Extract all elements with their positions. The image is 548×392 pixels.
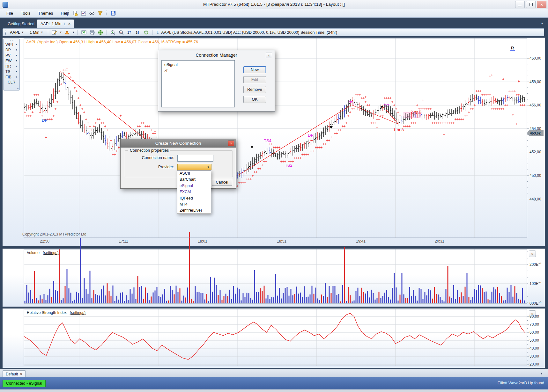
- chevron-down-icon: ▼: [15, 43, 18, 46]
- bar-forward-icon[interactable]: 1: [126, 29, 133, 36]
- chevron-down-icon[interactable]: ▼: [59, 31, 62, 34]
- layout-tab-default[interactable]: Default ×: [3, 370, 26, 378]
- volume-close-button[interactable]: ×: [529, 250, 536, 257]
- provider-option[interactable]: MT4: [177, 201, 211, 207]
- alert-funnel-icon[interactable]: [97, 10, 104, 17]
- layout-strip: Default × ▼: [0, 369, 548, 378]
- clear-chart-icon[interactable]: [81, 29, 87, 36]
- new-button[interactable]: New: [243, 66, 266, 73]
- close-button[interactable]: ×: [537, 1, 546, 8]
- group-label: Connection properties: [128, 148, 170, 153]
- zoom-out-icon[interactable]: [118, 29, 124, 36]
- drawing-tools-icon[interactable]: [64, 29, 70, 36]
- close-icon: ×: [230, 142, 232, 145]
- connections-list[interactable]: eSignalzf: [161, 60, 235, 107]
- menu-themes[interactable]: Themes: [34, 11, 57, 16]
- volume-settings-link[interactable]: (settings): [43, 250, 58, 255]
- window-controls: ×: [515, 1, 546, 8]
- provider-option[interactable]: BarChart: [177, 177, 211, 183]
- chevron-down-icon[interactable]: ▼: [72, 31, 75, 34]
- layout-tab-label: Default: [6, 372, 18, 376]
- toolbar-separator: [106, 11, 107, 16]
- remove-button[interactable]: Remove: [243, 86, 266, 93]
- tab-close-icon[interactable]: ×: [68, 22, 70, 26]
- dialog-title: Create New Connection: [121, 139, 236, 148]
- maximize-button[interactable]: [526, 1, 536, 8]
- zoom-in-icon[interactable]: [110, 29, 116, 36]
- dialog-close-button[interactable]: ×: [266, 53, 272, 58]
- report-icon[interactable]: [72, 10, 79, 17]
- tool-clr-button[interactable]: CLR: [4, 80, 19, 85]
- rsi-close-button[interactable]: ×: [529, 310, 536, 317]
- menu-tools[interactable]: Tools: [17, 11, 34, 16]
- palette-grip[interactable]: [8, 40, 15, 41]
- title-bar: MTPredictor v7.5 (64bit) 1.61.5 - [3 фев…: [0, 0, 548, 9]
- eye-icon[interactable]: [88, 10, 95, 17]
- chart-toolbar: AAPL▼ 1 Min▼ ▼ ▼ 1 1 L AAPL (US Stocks,A…: [3, 28, 544, 36]
- chevron-down-icon: ▼: [15, 70, 18, 73]
- chart-type-icon[interactable]: [51, 29, 57, 36]
- symbol-dropdown[interactable]: AAPL▼: [8, 30, 26, 35]
- tab-badge: L: [64, 22, 66, 26]
- tool-wpt-button[interactable]: WPT▼: [4, 42, 19, 47]
- bar-back-icon[interactable]: 1: [135, 29, 141, 36]
- provider-label: Provider:: [126, 165, 174, 169]
- rsi-panel[interactable]: [3, 309, 545, 368]
- chevron-down-icon: ▼: [15, 54, 18, 56]
- tab-aapl-1min[interactable]: AAPL 1 Min L ×: [37, 19, 74, 28]
- print-icon[interactable]: [89, 29, 95, 36]
- provider-option[interactable]: Zenfire(Live): [177, 207, 211, 214]
- status-bar: Connected - eSignal Elliott Wave2orB Up …: [0, 377, 548, 389]
- connection-name-input[interactable]: [177, 155, 213, 162]
- close-icon: ×: [540, 2, 543, 7]
- edit-button[interactable]: Edit: [243, 76, 266, 83]
- toolbar-separator: [107, 30, 107, 35]
- provider-option[interactable]: eSignal: [177, 183, 211, 189]
- dialog-close-button[interactable]: ×: [228, 141, 234, 146]
- timeframe-dropdown[interactable]: 1 Min▼: [28, 30, 45, 35]
- provider-option[interactable]: FXCM: [177, 189, 211, 195]
- toolbar-separator: [152, 30, 152, 35]
- connection-manager-dialog: Connection Manager × eSignalzf New Edit …: [158, 50, 275, 112]
- connection-list-item[interactable]: zf: [162, 68, 234, 74]
- instrument-info: AAPL (US Stocks,AAPL,0,01,0,01,USD) Acc:…: [161, 30, 337, 35]
- chevron-down-icon: ▼: [207, 166, 210, 169]
- toolbar-grip[interactable]: [5, 30, 6, 35]
- chart-icon[interactable]: [80, 10, 87, 17]
- tool-fib-button[interactable]: FIB▼: [4, 74, 19, 80]
- tool-ts-button[interactable]: TS▼: [4, 69, 19, 74]
- window-title: MTPredictor v7.5 (64bit) 1.61.5 - [3 фев…: [0, 2, 548, 7]
- save-icon[interactable]: [110, 10, 117, 17]
- tool-pv-button[interactable]: PV▼: [4, 53, 19, 58]
- palette-expand-icon[interactable]: »: [17, 87, 19, 90]
- tool-ew-button[interactable]: EW▼: [4, 58, 19, 63]
- ok-button[interactable]: OK: [243, 96, 266, 103]
- provider-options-list: ASCIIBarCharteSignalFXCMIQFeedMT4Zenfire…: [177, 170, 211, 214]
- tab-close-icon[interactable]: ×: [20, 372, 22, 376]
- crosshair-icon[interactable]: [97, 29, 104, 36]
- rsi-title: Relative Strength Index: [27, 310, 67, 315]
- tool-palette: WPT▼DP▼PV▼EW▼RR▼TS▼FIB▼ CLR »: [3, 39, 20, 91]
- layout-dropdown-icon[interactable]: ▼: [540, 372, 543, 375]
- tool-rr-button[interactable]: RR▼: [4, 63, 19, 69]
- menu-file[interactable]: File: [3, 11, 17, 16]
- app-window: MTPredictor v7.5 (64bit) 1.61.5 - [3 фев…: [0, 0, 548, 392]
- tab-label: AAPL 1 Min: [41, 22, 62, 26]
- refresh-icon[interactable]: [143, 29, 149, 36]
- minimize-button[interactable]: [515, 1, 525, 8]
- chevron-down-icon: ▼: [41, 31, 43, 34]
- cancel-button[interactable]: Cancel: [212, 179, 232, 186]
- toolbar-separator: [68, 11, 70, 16]
- tabstrip-dropdown-icon[interactable]: ▼: [541, 22, 544, 25]
- connection-list-item[interactable]: eSignal: [162, 62, 234, 68]
- link-group-label[interactable]: L: [157, 31, 159, 34]
- volume-panel[interactable]: [3, 249, 545, 307]
- provider-option[interactable]: IQFeed: [177, 195, 211, 201]
- dialog-title: Connection Manager: [158, 50, 275, 60]
- tab-getting-started[interactable]: Getting Started: [3, 20, 40, 28]
- provider-option[interactable]: ASCII: [177, 171, 211, 177]
- provider-select[interactable]: ▼: [177, 164, 211, 170]
- rsi-settings-link[interactable]: (settings): [70, 310, 85, 315]
- tool-dp-button[interactable]: DP▼: [4, 47, 19, 53]
- close-icon: ×: [268, 54, 270, 57]
